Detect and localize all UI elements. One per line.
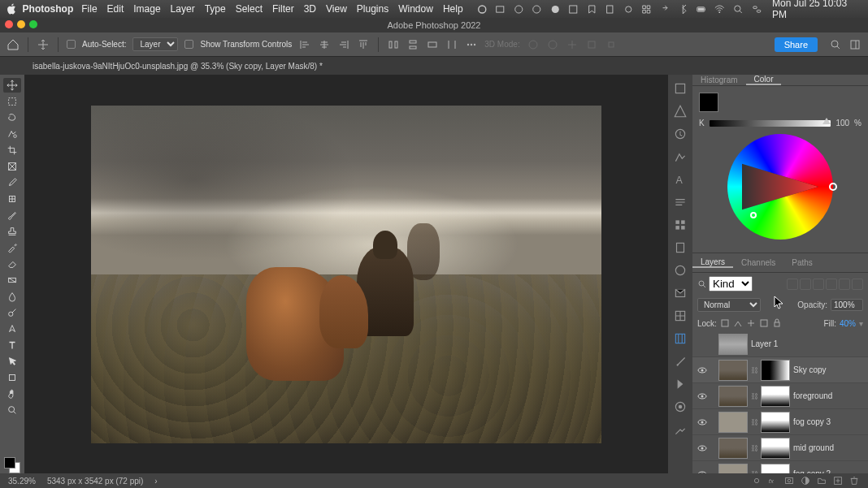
lock-position-icon[interactable]: [746, 318, 756, 328]
hand-tool[interactable]: [3, 387, 21, 401]
color-swatch[interactable]: [699, 93, 718, 112]
distribute-center-icon[interactable]: [426, 38, 439, 51]
maximize-button[interactable]: [29, 20, 37, 28]
align-left-icon[interactable]: [298, 38, 311, 51]
filter-pixel-icon[interactable]: [787, 279, 798, 290]
tray-icon[interactable]: [531, 3, 543, 15]
move-tool[interactable]: [3, 78, 21, 93]
visibility-icon[interactable]: [697, 391, 707, 401]
blend-mode-select[interactable]: Normal: [697, 298, 761, 312]
link-icon[interactable]: ⛓: [751, 366, 757, 374]
visibility-icon[interactable]: [697, 365, 707, 375]
layer-row[interactable]: ⛓Sky copy: [692, 357, 868, 383]
tray-icon[interactable]: [494, 3, 506, 15]
link-icon[interactable]: ⛓: [751, 444, 757, 452]
filter-adjust-icon[interactable]: [800, 279, 811, 290]
filter-type-icon[interactable]: [813, 279, 824, 290]
more-options-icon[interactable]: [465, 38, 478, 51]
filter-kind-select[interactable]: Kind: [709, 276, 753, 292]
menu-type[interactable]: Type: [205, 3, 226, 15]
filter-shape-icon[interactable]: [826, 279, 837, 290]
group-icon[interactable]: [816, 475, 827, 486]
path-select-tool[interactable]: [3, 354, 21, 369]
dock-icon[interactable]: [673, 399, 688, 414]
document-tab[interactable]: isabella-juskova-9aNItHjuOc0-unsplash.jp…: [33, 62, 323, 71]
zoom-level[interactable]: 35.29%: [8, 477, 36, 486]
canvas-area[interactable]: [24, 75, 668, 473]
dock-icon[interactable]: [673, 127, 688, 141]
menu-edit[interactable]: Edit: [107, 3, 124, 15]
search-icon[interactable]: [732, 3, 744, 15]
dock-icon[interactable]: [673, 81, 688, 96]
filter-toggle-icon[interactable]: [852, 279, 863, 290]
layer-name[interactable]: foreground: [793, 391, 832, 400]
lasso-tool[interactable]: [3, 110, 21, 125]
eyedropper-tool[interactable]: [3, 175, 21, 190]
menu-view[interactable]: View: [326, 3, 347, 15]
tray-icon[interactable]: [640, 3, 653, 15]
paths-tab[interactable]: Paths: [783, 258, 821, 267]
menu-select[interactable]: Select: [236, 3, 263, 15]
crop-tool[interactable]: [3, 143, 21, 158]
workspace-icon[interactable]: [848, 38, 861, 51]
layer-thumb[interactable]: [718, 360, 748, 381]
dock-icon[interactable]: [673, 377, 688, 391]
wifi-icon[interactable]: [714, 3, 726, 15]
menu-help[interactable]: Help: [443, 3, 463, 15]
show-transform-checkbox[interactable]: [184, 40, 193, 49]
color-wheel[interactable]: [727, 134, 833, 240]
adjustment-layer-icon[interactable]: [800, 475, 811, 486]
quick-select-tool[interactable]: [3, 127, 21, 141]
visibility-icon[interactable]: [697, 443, 707, 453]
layer-mask-thumb[interactable]: [761, 360, 790, 381]
layer-thumb[interactable]: [718, 412, 748, 433]
layer-row[interactable]: ⛓mid ground: [692, 435, 868, 461]
new-layer-icon[interactable]: [832, 475, 844, 486]
document-canvas[interactable]: [91, 106, 601, 443]
visibility-icon[interactable]: [697, 339, 707, 349]
tray-icon[interactable]: [623, 3, 635, 15]
layer-list[interactable]: Layer 1⛓Sky copy⛓foreground⛓fog copy 3⛓m…: [692, 331, 868, 488]
layer-thumb[interactable]: [718, 438, 748, 459]
battery-icon[interactable]: [696, 3, 708, 15]
visibility-icon[interactable]: [697, 417, 707, 427]
align-center-h-icon[interactable]: [318, 38, 331, 51]
dock-icon[interactable]: [673, 354, 688, 369]
add-mask-icon[interactable]: [783, 475, 795, 486]
menu-image[interactable]: Image: [133, 3, 160, 15]
distribute-h-icon[interactable]: [387, 38, 400, 51]
zoom-tool[interactable]: [3, 403, 21, 417]
search-bar-icon[interactable]: [829, 38, 842, 51]
auto-select-target[interactable]: Layer: [132, 37, 178, 51]
lock-image-icon[interactable]: [733, 318, 743, 328]
opacity-input[interactable]: [831, 299, 863, 311]
dock-icon[interactable]: [673, 286, 688, 300]
dock-icon[interactable]: [673, 149, 688, 164]
patch-tool[interactable]: [3, 192, 21, 206]
bluetooth-icon[interactable]: [677, 3, 689, 15]
tray-icon[interactable]: [549, 3, 562, 15]
channels-tab[interactable]: Channels: [733, 258, 783, 267]
tray-icon[interactable]: [604, 3, 616, 15]
menu-3d[interactable]: 3D: [304, 3, 316, 15]
close-button[interactable]: [5, 20, 13, 28]
link-layers-icon[interactable]: [751, 475, 762, 486]
layer-mask-thumb[interactable]: [761, 412, 790, 433]
auto-select-checkbox[interactable]: [67, 40, 76, 49]
link-icon[interactable]: ⛓: [751, 418, 757, 426]
tray-icon[interactable]: [476, 3, 488, 15]
lock-artboard-icon[interactable]: [759, 318, 769, 328]
foreground-color-swatch[interactable]: [4, 457, 15, 469]
frame-tool[interactable]: [3, 159, 21, 174]
lock-all-icon[interactable]: [772, 318, 782, 328]
k-value[interactable]: 100: [835, 119, 849, 127]
dock-icon[interactable]: [673, 240, 688, 255]
shape-tool[interactable]: [3, 370, 21, 385]
align-top-icon[interactable]: [357, 38, 370, 51]
align-right-icon[interactable]: [337, 38, 350, 51]
color-tab[interactable]: Color: [746, 75, 782, 85]
distribute-v-icon[interactable]: [406, 38, 419, 51]
doc-dimensions[interactable]: 5343 px x 3542 px (72 ppi): [47, 477, 143, 486]
menu-file[interactable]: File: [81, 3, 97, 15]
dock-icon[interactable]: [673, 263, 688, 278]
